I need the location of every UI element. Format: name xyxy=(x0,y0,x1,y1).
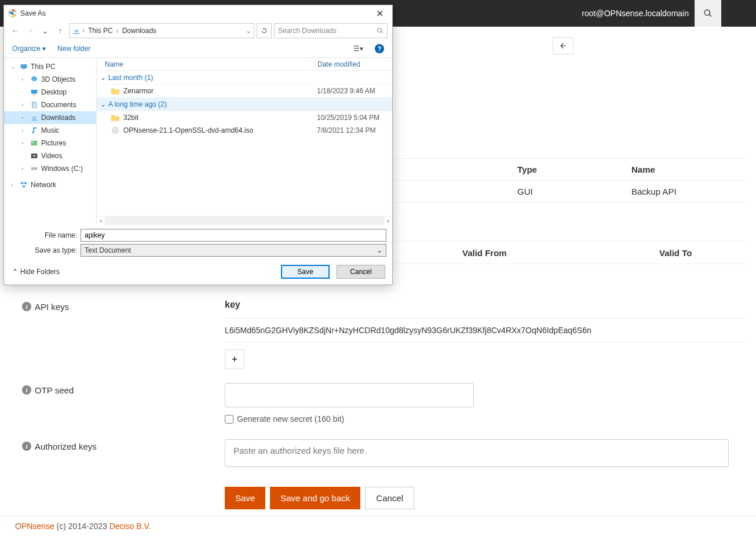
desktop-icon xyxy=(30,88,39,96)
videos-icon xyxy=(30,152,39,160)
file-32bit[interactable]: 32bit 10/25/2019 5:04 PM xyxy=(97,111,392,124)
new-folder-button[interactable]: New folder xyxy=(57,45,90,53)
filetype-label: Save as type: xyxy=(10,246,77,254)
save-as-dialog: Save As ✕ ← → ⌄ ↑ › This PC › Downloads … xyxy=(3,5,393,285)
save-button[interactable]: Save xyxy=(225,487,265,509)
svg-rect-2 xyxy=(74,33,80,34)
cell-type: GUI xyxy=(517,187,631,196)
scroll-right[interactable]: › xyxy=(384,217,392,225)
search-icon xyxy=(703,9,713,18)
tree-videos[interactable]: Videos xyxy=(4,149,96,162)
address-dropdown[interactable]: ⌄ xyxy=(246,27,251,35)
dialog-fields: File name: Save as type: Text Document⌄ xyxy=(4,224,392,260)
network-icon xyxy=(19,181,28,189)
otp-seed-input[interactable] xyxy=(225,383,474,407)
info-icon[interactable]: i xyxy=(22,302,31,311)
footer-company-link[interactable]: Deciso B.V. xyxy=(109,522,151,531)
dialog-save-button[interactable]: Save xyxy=(281,265,330,279)
api-keys-label: API keys xyxy=(35,302,69,312)
action-row: Save Save and go back Cancel xyxy=(225,487,414,509)
api-key-value: L6i5Md65nG2GHViy8KZSdjNr+NzyHCDRd10gd8lz… xyxy=(225,326,746,342)
downloads-icon xyxy=(30,114,39,122)
col-date[interactable]: Date modified xyxy=(313,60,392,68)
footer: OPNsense (c) 2014-2023 Deciso B.V. xyxy=(15,522,151,531)
tree-thispc[interactable]: ⌄This PC xyxy=(4,60,96,73)
save-and-go-back-button[interactable]: Save and go back xyxy=(270,487,360,509)
back-button[interactable] xyxy=(553,37,574,54)
col-valid-from: Valid From xyxy=(462,248,659,258)
refresh-button[interactable] xyxy=(257,23,272,38)
group-longtime[interactable]: ⌄A long time ago (2) xyxy=(97,97,392,111)
dialog-titlebar: Save As ✕ xyxy=(4,5,392,21)
thispc-icon xyxy=(19,63,28,71)
tree-music[interactable]: ›Music xyxy=(4,124,96,137)
help-button[interactable]: ? xyxy=(375,44,384,53)
col-name[interactable]: Name xyxy=(97,60,313,68)
file-opnsense-iso[interactable]: OPNsense-21.1-OpenSSL-dvd-amd64.iso 7/8/… xyxy=(97,124,392,137)
drive-icon xyxy=(30,165,39,173)
svg-rect-6 xyxy=(33,94,36,94)
downloads-icon xyxy=(72,26,81,35)
search-box[interactable]: Search Downloads xyxy=(274,23,388,38)
nav-up-button[interactable]: ↑ xyxy=(54,26,67,35)
search-button[interactable] xyxy=(695,0,721,27)
search-icon xyxy=(377,27,384,34)
tree-3dobjects[interactable]: ›3D Objects xyxy=(4,73,96,86)
nav-back-button[interactable]: ← xyxy=(9,26,21,35)
col-type: Type xyxy=(517,165,631,174)
otp-row: iOTP seed Generate new secret (160 bit) xyxy=(22,383,746,424)
search-placeholder: Search Downloads xyxy=(278,27,337,35)
col-valid-to: Valid To xyxy=(659,248,692,258)
plus-icon: + xyxy=(232,354,237,364)
filename-label: File name: xyxy=(10,231,77,239)
horizontal-scrollbar[interactable]: ‹ › xyxy=(97,216,392,224)
svg-rect-5 xyxy=(31,90,38,93)
otp-generate-checkbox[interactable] xyxy=(225,415,233,424)
user-host: root@OPNsense.localdomain xyxy=(582,9,689,18)
dialog-nav: ← → ⌄ ↑ › This PC › Downloads ⌄ Search D… xyxy=(4,21,392,40)
info-icon[interactable]: i xyxy=(22,385,31,395)
tree-desktop[interactable]: Desktop xyxy=(4,86,96,99)
tree-pictures[interactable]: ›Pictures xyxy=(4,137,96,149)
dialog-body: ⌄This PC ›3D Objects Desktop ›Documents … xyxy=(4,57,392,224)
file-list[interactable]: Name Date modified ⌄Last month (1) Zenar… xyxy=(97,58,392,224)
breadcrumb-thispc[interactable]: This PC xyxy=(86,27,115,35)
tree-network[interactable]: ›Network xyxy=(4,178,96,191)
scroll-left[interactable]: ‹ xyxy=(97,217,105,225)
dialog-title: Save As xyxy=(20,9,370,17)
add-key-button[interactable]: + xyxy=(225,349,244,369)
group-last-month[interactable]: ⌄Last month (1) xyxy=(97,71,392,85)
view-options-button[interactable]: ☰▾ xyxy=(353,45,363,53)
filetype-select[interactable]: Text Document⌄ xyxy=(81,244,386,257)
tree-documents[interactable]: ›Documents xyxy=(4,99,96,111)
folder-tree[interactable]: ⌄This PC ›3D Objects Desktop ›Documents … xyxy=(4,58,97,224)
breadcrumb-downloads[interactable]: Downloads xyxy=(120,27,159,35)
organize-menu[interactable]: Organize ▾ xyxy=(12,45,46,53)
address-bar[interactable]: › This PC › Downloads ⌄ xyxy=(69,23,254,38)
nav-recent-dropdown[interactable]: ⌄ xyxy=(39,26,52,35)
authorized-keys-textarea[interactable] xyxy=(225,439,729,467)
file-zenarmor[interactable]: Zenarmor 1/18/2023 9:46 AM xyxy=(97,85,392,97)
close-button[interactable]: ✕ xyxy=(370,8,389,19)
tree-cdrive[interactable]: ›Windows (C:) xyxy=(4,162,96,175)
otp-generate-row[interactable]: Generate new secret (160 bit) xyxy=(225,414,746,424)
cell-name: Backup API xyxy=(631,187,746,196)
dialog-cancel-button[interactable]: Cancel xyxy=(337,265,385,279)
svg-rect-3 xyxy=(21,64,27,68)
nav-forward-button: → xyxy=(24,26,36,35)
filename-input[interactable] xyxy=(81,229,386,242)
hide-folders-toggle[interactable]: ⌃Hide Folders xyxy=(12,268,60,276)
refresh-icon xyxy=(261,27,268,34)
footer-divider xyxy=(0,516,756,516)
scroll-track[interactable] xyxy=(105,217,384,225)
music-icon xyxy=(30,126,39,134)
tree-downloads[interactable]: ›Downloads xyxy=(4,111,96,124)
cancel-button[interactable]: Cancel xyxy=(365,487,414,509)
column-headers[interactable]: Name Date modified xyxy=(97,58,392,71)
info-icon[interactable]: i xyxy=(22,442,31,451)
api-keys-row: iAPI keys key L6i5Md65nG2GHViy8KZSdjNr+N… xyxy=(22,300,746,369)
svg-rect-4 xyxy=(23,69,25,70)
documents-icon xyxy=(30,101,39,109)
footer-brand-link[interactable]: OPNsense xyxy=(15,522,54,531)
svg-rect-15 xyxy=(21,182,24,184)
